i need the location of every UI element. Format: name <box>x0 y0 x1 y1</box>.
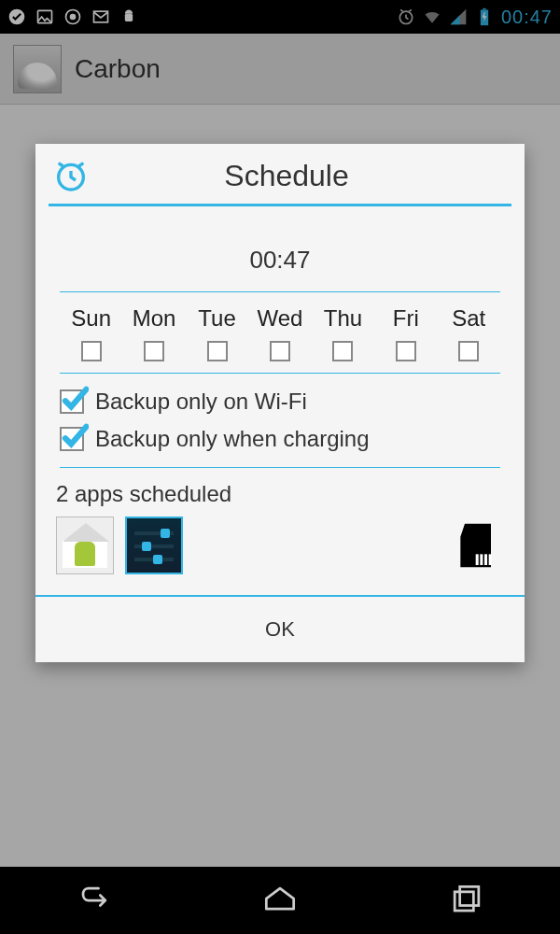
day-checkbox[interactable] <box>81 341 102 361</box>
day-label: Mon <box>122 305 185 332</box>
day-label: Fri <box>374 305 437 332</box>
day-label: Wed <box>248 305 311 332</box>
schedule-time[interactable]: 00:47 <box>52 219 508 291</box>
day-fri[interactable]: Fri <box>374 305 437 369</box>
day-sat[interactable]: Sat <box>438 305 500 369</box>
svg-rect-14 <box>489 554 492 565</box>
ok-button[interactable]: OK <box>35 597 525 662</box>
sd-card-icon[interactable] <box>452 519 504 572</box>
day-wed[interactable]: Wed <box>248 305 311 369</box>
settings-app-icon[interactable] <box>125 517 183 574</box>
dialog-title: Schedule <box>103 159 470 193</box>
checkbox-icon[interactable] <box>60 389 84 414</box>
day-checkbox[interactable] <box>270 341 290 361</box>
day-tue[interactable]: Tue <box>186 305 248 369</box>
back-button[interactable] <box>73 880 114 921</box>
navigation-bar <box>0 867 560 934</box>
backup-options: Backup only on Wi-Fi Backup only when ch… <box>52 374 508 467</box>
option-charging-only[interactable]: Backup only when charging <box>60 420 500 458</box>
option-wifi-only[interactable]: Backup only on Wi-Fi <box>60 383 500 420</box>
checkbox-icon[interactable] <box>60 427 84 451</box>
recents-button[interactable] <box>446 880 487 921</box>
day-checkbox[interactable] <box>396 341 416 361</box>
scheduled-apps-label: 2 apps scheduled <box>52 468 508 517</box>
svg-rect-15 <box>476 554 479 565</box>
option-label: Backup only on Wi-Fi <box>95 389 307 415</box>
day-checkbox[interactable] <box>332 341 353 361</box>
schedule-dialog: Schedule 00:47 Sun Mon Tue Wed Thu <box>35 144 525 662</box>
svg-rect-16 <box>455 892 473 911</box>
day-label: Sun <box>60 305 122 332</box>
launcher-app-icon[interactable] <box>56 517 114 574</box>
option-label: Backup only when charging <box>95 426 370 452</box>
scheduled-apps-row <box>52 517 508 591</box>
day-sun[interactable]: Sun <box>60 305 122 369</box>
day-label: Tue <box>186 305 248 332</box>
svg-rect-17 <box>460 886 479 905</box>
alarm-clock-icon <box>52 157 90 194</box>
day-mon[interactable]: Mon <box>122 305 185 369</box>
dialog-header: Schedule <box>35 144 525 204</box>
day-checkbox[interactable] <box>458 341 479 361</box>
home-button[interactable] <box>259 880 301 921</box>
day-picker: Sun Mon Tue Wed Thu Fri <box>52 292 508 373</box>
day-checkbox[interactable] <box>144 341 164 361</box>
day-label: Sat <box>438 305 500 332</box>
day-checkbox[interactable] <box>207 341 228 361</box>
svg-rect-12 <box>480 554 483 565</box>
svg-rect-13 <box>484 554 487 565</box>
day-label: Thu <box>312 305 374 332</box>
day-thu[interactable]: Thu <box>312 305 374 369</box>
